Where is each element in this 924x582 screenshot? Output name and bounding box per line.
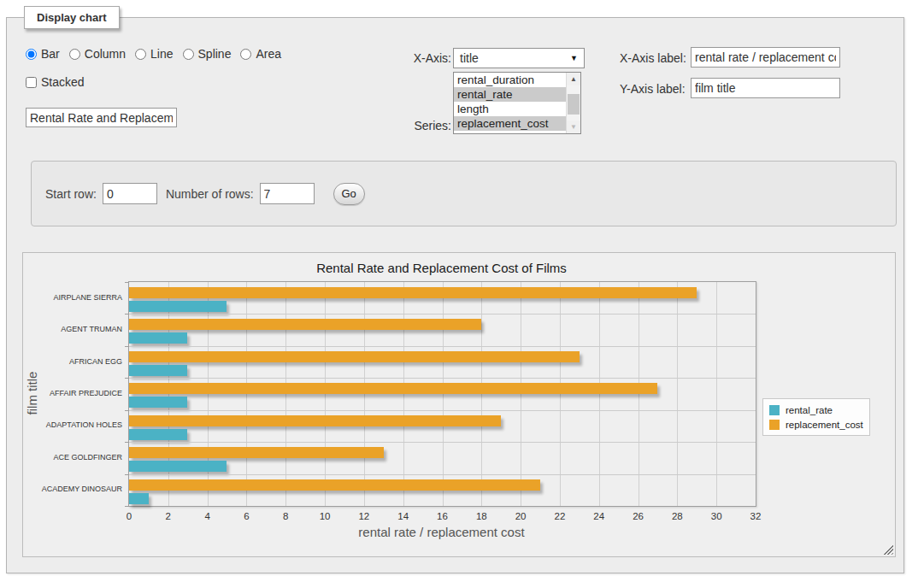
series-option-length[interactable]: length — [454, 102, 566, 116]
gridline-vertical — [716, 282, 717, 506]
y-category-label: ACADEMY DINOSAUR — [26, 485, 122, 493]
gridline-horizontal — [129, 410, 756, 411]
legend-swatch-icon — [769, 420, 780, 430]
legend-item-replacement_cost: replacement_cost — [769, 417, 863, 432]
gridline-horizontal — [129, 314, 756, 315]
chevron-down-icon: ▼ — [570, 54, 578, 62]
bar-rental_rate — [129, 429, 187, 440]
x-axis-tick-label: 26 — [623, 511, 654, 521]
stacked-label: Stacked — [41, 75, 85, 89]
chart-plot-grid: 02468101214161820222426283032AIRPLANE SI… — [128, 281, 756, 507]
x-axis-tick-label: 4 — [192, 511, 223, 521]
legend-swatch-icon — [769, 405, 780, 415]
chart-title-input[interactable] — [26, 108, 177, 127]
chart-title: Rental Rate and Replacement Cost of Film… — [128, 261, 755, 275]
series-options: rental_durationrental_ratelengthreplacem… — [454, 73, 566, 133]
stacked-checkbox[interactable] — [26, 77, 37, 88]
x-axis-tick-label: 2 — [153, 511, 184, 521]
bar-replacement_cost — [129, 415, 501, 426]
series-option-replacement_cost[interactable]: replacement_cost — [454, 116, 566, 131]
x-axis-tick-label: 18 — [466, 511, 497, 521]
chart-type-option-bar[interactable]: Bar — [26, 47, 60, 61]
chart-type-radio-spline[interactable] — [183, 49, 194, 60]
x-axis-tick-label: 16 — [427, 511, 458, 521]
series-option-rental_duration[interactable]: rental_duration — [454, 73, 566, 87]
chart-type-radio-label: Spline — [198, 47, 232, 61]
chart-type-radio-label: Area — [256, 47, 281, 61]
x-axis-select[interactable]: title ▼ — [453, 48, 585, 68]
chart-type-radio-column[interactable] — [69, 49, 80, 60]
x-axis-tick-label: 20 — [505, 511, 536, 521]
series-multiselect[interactable]: rental_durationrental_ratelengthreplacem… — [453, 72, 581, 134]
y-category-label: ADAPTATION HOLES — [26, 420, 122, 429]
x-axis-tick-label: 14 — [388, 511, 419, 521]
scroll-up-icon[interactable]: ▲ — [567, 73, 580, 85]
x-axis-selected-value: title — [460, 51, 479, 65]
gridline-vertical — [677, 282, 678, 506]
bar-rental_rate — [129, 461, 227, 472]
series-option-rental_rate[interactable]: rental_rate — [454, 87, 566, 102]
page: Display chart BarColumnLineSplineArea St… — [0, 0, 924, 582]
x-axis-label-field-label: X-Axis label: — [620, 51, 686, 65]
bar-replacement_cost — [129, 351, 580, 362]
chart-type-option-column[interactable]: Column — [69, 47, 126, 61]
chart-type-option-spline[interactable]: Spline — [183, 47, 232, 61]
stacked-checkbox-row: Stacked — [26, 75, 85, 89]
gridline-horizontal — [129, 378, 756, 379]
chart-type-radio-line[interactable] — [135, 49, 146, 60]
chart-type-radio-label: Line — [150, 47, 173, 61]
y-category-label: AFRICAN EGG — [26, 357, 122, 366]
chart-type-radio-area[interactable] — [240, 49, 251, 60]
start-row-label: Start row: — [45, 187, 97, 201]
y-axis-label-field-label: Y-Axis label: — [620, 82, 686, 96]
x-axis-tick-label: 8 — [270, 511, 301, 521]
y-axis-tick-mark — [125, 378, 129, 379]
y-axis-tick-mark — [125, 314, 129, 315]
chart-x-axis-label: rental rate / replacement cost — [128, 525, 755, 539]
x-axis-tick-label: 24 — [584, 511, 615, 521]
chart-type-option-area[interactable]: Area — [240, 47, 281, 61]
x-axis-tick-label: 10 — [309, 511, 340, 521]
gridline-horizontal — [129, 442, 756, 443]
resize-handle-icon[interactable] — [883, 544, 893, 555]
row-range-panel: Start row: Number of rows: Go — [31, 161, 897, 226]
x-axis-tick-label: 12 — [349, 511, 380, 521]
number-of-rows-input[interactable] — [260, 183, 315, 204]
y-axis-tick-mark — [125, 474, 129, 475]
x-axis-label-input[interactable] — [691, 47, 840, 68]
gridline-horizontal — [129, 474, 756, 475]
chart-type-option-line[interactable]: Line — [135, 47, 173, 61]
x-axis-tick-label: 32 — [740, 511, 771, 521]
chart-container: Rental Rate and Replacement Cost of Film… — [22, 252, 896, 557]
bar-replacement_cost — [129, 287, 697, 298]
y-category-label: AGENT TRUMAN — [26, 325, 122, 333]
bar-replacement_cost — [129, 479, 540, 491]
legend-label: rental_rate — [786, 405, 833, 415]
start-row-input[interactable] — [103, 183, 157, 204]
chart-type-radio-bar[interactable] — [26, 49, 37, 60]
bar-rental_rate — [129, 493, 149, 504]
series-scrollbar[interactable]: ▲ ▼ — [566, 73, 580, 133]
scrollbar-thumb[interactable] — [568, 94, 580, 115]
fieldset-legend-title: Display chart — [24, 6, 120, 29]
chart-legend: rental_ratereplacement_cost — [762, 398, 870, 436]
legend-label: replacement_cost — [786, 420, 863, 430]
x-axis-select-label: X-Axis: — [411, 51, 451, 65]
scroll-down-icon[interactable]: ▼ — [567, 121, 580, 133]
bar-rental_rate — [129, 365, 187, 376]
series-select-label: Series: — [411, 119, 451, 132]
gridline-horizontal — [129, 346, 756, 347]
bar-replacement_cost — [129, 319, 481, 330]
bar-rental_rate — [129, 397, 187, 408]
chart-type-radio-group: BarColumnLineSplineArea — [26, 47, 291, 61]
y-category-label: ACE GOLDFINGER — [26, 453, 122, 461]
row-range-controls: Start row: Number of rows: Go — [45, 162, 365, 226]
y-axis-label-input[interactable] — [691, 78, 840, 98]
x-axis-tick-label: 0 — [114, 511, 144, 521]
go-button[interactable]: Go — [333, 183, 365, 205]
bar-rental_rate — [129, 301, 227, 312]
y-axis-tick-mark — [125, 282, 129, 283]
bar-replacement_cost — [129, 447, 384, 458]
y-axis-tick-mark — [125, 346, 129, 347]
number-of-rows-label: Number of rows: — [166, 187, 254, 201]
